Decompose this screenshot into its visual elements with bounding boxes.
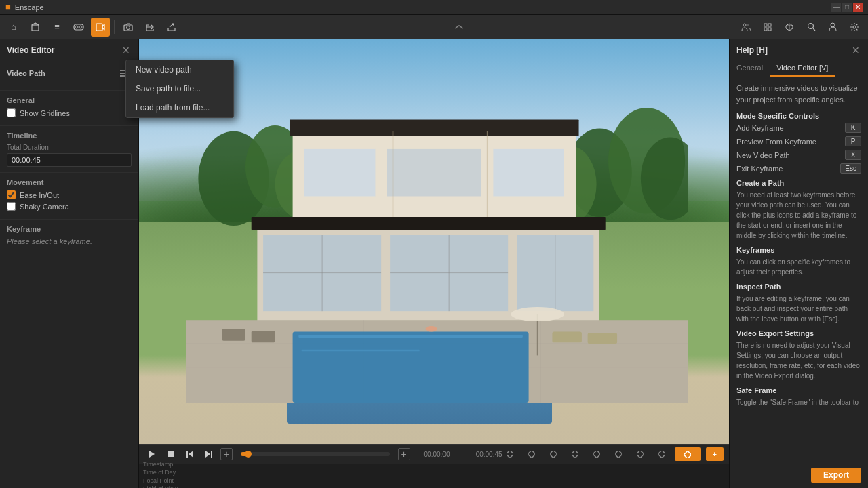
ease-inout-label: Ease In/Out <box>20 191 59 199</box>
shortcut-exit: Exit Keyframe Esc <box>736 163 861 174</box>
export-btn[interactable]: Export <box>811 468 861 483</box>
svg-rect-4 <box>96 24 102 30</box>
svg-rect-9 <box>764 24 767 26</box>
section-export-settings: Video Export Settings <box>736 329 861 338</box>
video-btn[interactable] <box>91 18 110 37</box>
section-mode-controls: Mode Specific Controls <box>736 112 861 120</box>
prev-keyframe-btn[interactable] <box>182 447 197 462</box>
shortcut-add-keyframe: Add Keyframe K <box>736 123 861 133</box>
svg-rect-73 <box>658 451 665 458</box>
dropdown-new-path[interactable]: New video path <box>126 60 233 79</box>
shaky-camera-label: Shaky Camera <box>20 203 69 211</box>
shaky-camera-checkbox[interactable] <box>7 202 16 211</box>
building-btn[interactable] <box>26 18 45 37</box>
main-toolbar: ⌂ ≡ <box>0 15 868 39</box>
search-btn[interactable] <box>802 18 821 37</box>
export-btn[interactable] <box>140 18 159 37</box>
timeline-section: Timeline Total Duration <box>0 126 138 173</box>
shortcut-add-key: K <box>845 123 861 133</box>
kf-diamond-4[interactable] <box>572 451 578 458</box>
people-btn[interactable] <box>736 18 755 37</box>
svg-rect-29 <box>290 119 578 136</box>
maximize-btn[interactable]: □ <box>842 3 852 12</box>
settings-btn[interactable] <box>845 18 864 37</box>
kf-diamond-2[interactable] <box>528 451 535 458</box>
timeline-scrubber[interactable] <box>241 452 390 456</box>
svg-rect-66 <box>507 451 513 458</box>
show-gridlines-checkbox[interactable] <box>7 108 16 117</box>
user-btn[interactable] <box>823 18 842 37</box>
keyframe-label: Keyframe <box>7 225 132 233</box>
svg-point-7 <box>743 24 746 26</box>
svg-rect-54 <box>298 335 523 338</box>
camera-btn[interactable] <box>119 18 138 37</box>
add-keyframe-start-btn[interactable]: + <box>220 448 233 460</box>
time-start: 00:00:00 <box>424 451 461 458</box>
kf-diamond-7[interactable] <box>637 451 644 458</box>
create-path-text: You need at least two keyframes before y… <box>736 190 861 241</box>
svg-point-59 <box>511 307 564 321</box>
svg-point-6 <box>127 26 130 29</box>
dropdown-save-path[interactable]: Save path to file... <box>126 79 233 98</box>
stop-btn[interactable] <box>163 447 178 462</box>
svg-rect-69 <box>572 451 578 458</box>
minimize-btn[interactable]: — <box>831 3 841 12</box>
cube-btn[interactable] <box>780 18 799 37</box>
ease-inout-row: Ease In/Out <box>7 190 132 199</box>
video-editor-close[interactable]: ✕ <box>121 45 132 56</box>
chevron-up-btn[interactable] <box>454 22 465 32</box>
add-timeline-btn[interactable]: + <box>706 447 724 461</box>
add-keyframe-end-btn[interactable]: + <box>398 448 410 460</box>
time-end: 00:00:45 <box>465 451 502 458</box>
video-path-section: Video Path <box>0 60 138 91</box>
kf-diamond-6[interactable] <box>615 451 622 458</box>
shortcut-preview: Preview From Keyframe P <box>736 136 861 146</box>
kf-diamond-3[interactable] <box>550 451 557 458</box>
tab-general[interactable]: General <box>730 60 770 77</box>
help-close-btn[interactable]: ✕ <box>850 45 861 56</box>
help-content: Create immersive videos to visualize you… <box>730 77 868 462</box>
next-keyframe-btn[interactable] <box>201 447 216 462</box>
timeline-area: + + 00:00:00 00:00:45 <box>139 444 729 488</box>
timeline-thumb[interactable] <box>245 451 252 458</box>
timeline-keyframe-labels: Timestamp Time of Day Focal Point Field … <box>139 464 729 488</box>
show-gridlines-label: Show Gridlines <box>20 109 70 117</box>
general-section: General Show Gridlines <box>0 91 138 126</box>
svg-rect-71 <box>615 451 622 458</box>
svg-rect-30 <box>304 149 375 197</box>
end-keyframe-btn[interactable] <box>675 447 701 461</box>
inspect-path-text: If you are editing a keyframe, you can b… <box>736 293 861 324</box>
svg-point-14 <box>831 23 835 27</box>
home-btn[interactable]: ⌂ <box>4 18 23 37</box>
dropdown-load-path[interactable]: Load path from file... <box>126 98 233 117</box>
show-gridlines-row: Show Gridlines <box>7 108 132 117</box>
video-editor-title: Video Editor <box>7 45 54 55</box>
share-btn[interactable] <box>162 18 181 37</box>
vr-btn[interactable] <box>69 18 88 37</box>
fp-label: Focal Point <box>143 477 191 484</box>
menu-btn[interactable]: ≡ <box>47 18 66 37</box>
section-keyframes: Keyframes <box>736 246 861 254</box>
shortcut-preview-label: Preview From Keyframe <box>736 138 816 146</box>
svg-rect-70 <box>593 451 600 458</box>
dropdown-menu: New video path Save path to file... Load… <box>125 60 234 118</box>
duration-input[interactable] <box>7 153 132 167</box>
shortcut-new-path-label: New Video Path <box>736 151 790 159</box>
app-icon: ■ <box>5 2 11 12</box>
svg-rect-32 <box>493 149 564 197</box>
shortcut-new-path-key: X <box>845 150 861 160</box>
help-title: Help [H] <box>736 45 768 55</box>
tab-video-editor[interactable]: Video Editor [V] <box>770 60 835 77</box>
grid-btn[interactable] <box>758 18 777 37</box>
kf-diamond-8[interactable] <box>658 451 665 458</box>
keyframe-track[interactable] <box>191 464 725 488</box>
app-title: Enscape <box>15 3 44 12</box>
svg-point-62 <box>425 326 437 332</box>
play-btn[interactable] <box>144 447 159 462</box>
kf-diamond-1[interactable] <box>507 451 513 458</box>
svg-rect-0 <box>32 25 39 30</box>
shortcut-new-path: New Video Path X <box>736 150 861 160</box>
ease-inout-checkbox[interactable] <box>7 190 16 199</box>
close-btn[interactable]: ✕ <box>853 3 863 12</box>
kf-diamond-5[interactable] <box>593 451 600 458</box>
